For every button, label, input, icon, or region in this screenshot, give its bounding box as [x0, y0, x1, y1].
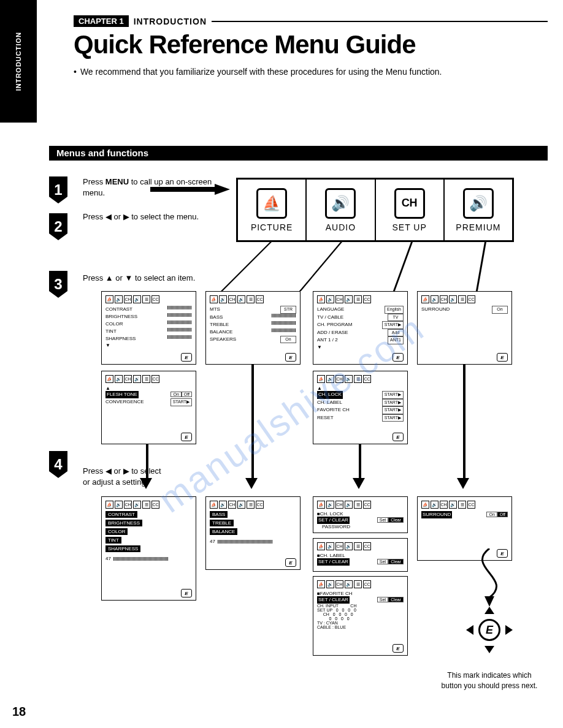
panel-premium-1: ⛵🔊CH🔊☰CC SURROUNDOn E [417, 291, 512, 365]
page-title: Quick Reference Menu Guide [74, 30, 548, 59]
chapter-badge: CHAPTER 1 [74, 15, 129, 27]
down-arrow-icon [140, 478, 152, 489]
down-arrow-icon [245, 478, 258, 489]
bullet: • [74, 67, 77, 77]
menu-tabs: ⛵ PICTURE 🔊 AUDIO CH SET UP 🔊 PREMIUM [236, 178, 514, 242]
page-header: CHAPTER 1 INTRODUCTION Quick Reference M… [74, 15, 548, 77]
footnote: This mark indicates which button you sho… [437, 670, 542, 691]
connector [251, 365, 254, 480]
nav-up-icon [484, 607, 494, 614]
svg-rect-0 [150, 187, 215, 192]
step-3-text: Press ▲ or ▼ to select an item. [83, 273, 218, 284]
setup-icon: CH [394, 188, 425, 219]
e-logo-icon: E [181, 589, 192, 597]
connector [221, 242, 272, 291]
connector [463, 365, 465, 480]
nav-down-icon [484, 646, 494, 653]
e-logo-icon: E [393, 433, 404, 441]
tab-audio[interactable]: 🔊 AUDIO [307, 180, 375, 240]
picture-icon: ⛵ [256, 188, 287, 219]
panel-picture-1: ⛵🔊CH🔊☰CC CONTRAST BRIGHTNESS COLOR TINT … [101, 291, 196, 365]
panel-setup-1: ⛵🔊CH🔊☰CC LANGUAGEEnglish TV / CABLETV CH… [313, 291, 408, 365]
e-logo-icon: E [181, 433, 192, 441]
panel-picture-adjust: ⛵🔊CH🔊☰CC CONTRAST BRIGHTNESS COLOR TINT … [101, 496, 196, 601]
panel-ch-lock: ⛵🔊CH🔊☰CC ■CH. LOCK SET / CLEARSetClear P… [313, 496, 408, 533]
premium-icon: 🔊 [463, 188, 494, 219]
panel-picture-2: ⛵🔊CH🔊☰CC ▲ FLESH TONEOnOff CONVERGENCEST… [101, 371, 196, 444]
step-2-badge: 2 [49, 213, 67, 240]
e-logo-icon: E [497, 353, 508, 362]
panel-audio-adjust: ⛵🔊CH🔊☰CC BASS TREBLE BALANCE 47 E [205, 496, 301, 570]
step-1-badge: 1 [49, 176, 67, 203]
side-tab-label: INTRODUCTION [15, 32, 22, 91]
panel-audio-1: ⛵🔊CH🔊☰CC MTSSTR BASS TREBLE BALANCE SPEA… [205, 291, 301, 365]
e-logo-icon: E [393, 644, 404, 653]
e-logo-icon: E [285, 558, 296, 567]
panel-favorite-ch: ⛵🔊CH🔊☰CC ■FAVORITE CH SET / CLEARSetClea… [313, 576, 408, 656]
panel-ch-label: ⛵🔊CH🔊☰CC ■CH. LABEL SET / CLEARSetClear [313, 538, 408, 572]
step-column: 1 2 3 4 [49, 172, 67, 488]
nav-center-e: E [478, 619, 500, 641]
connector [146, 444, 148, 480]
down-arrow-icon [353, 478, 365, 489]
e-logo-icon: E [393, 353, 404, 362]
intro-text: • We recommend that you familiarize your… [74, 67, 548, 77]
connector [393, 242, 413, 291]
chapter-rule [212, 21, 548, 22]
e-logo-icon: E [285, 353, 296, 362]
side-tab: INTRODUCTION [0, 0, 37, 123]
audio-icon: 🔊 [325, 188, 356, 219]
tab-picture-label: PICTURE [251, 222, 293, 232]
connector [299, 242, 342, 291]
icon-bar: ⛵🔊CH🔊☰CC [105, 295, 192, 303]
step-3-badge: 3 [49, 271, 67, 298]
page-number: 18 [12, 705, 26, 719]
connector [476, 242, 486, 291]
nav-left-icon [466, 625, 473, 635]
intro-body: We recommend that you familiarize yourse… [80, 67, 442, 77]
nav-right-icon [505, 625, 513, 635]
section-bar: Menus and functions [49, 146, 548, 161]
step-2-text: Press ◀ or ▶ to select the menu. [83, 211, 218, 222]
step-4-text: Press ◀ or ▶ to select or adjust a setti… [83, 466, 169, 488]
more-down: ▼ [105, 343, 192, 348]
e-navigator-icon: E [465, 605, 514, 654]
tab-premium-label: PREMIUM [456, 222, 500, 232]
curvy-arrow-icon [459, 548, 520, 610]
connector [359, 444, 361, 480]
tab-picture[interactable]: ⛵ PICTURE [238, 180, 307, 240]
tab-premium[interactable]: 🔊 PREMIUM [445, 180, 512, 240]
arrow-right-icon [150, 184, 230, 195]
e-logo-icon: E [181, 353, 192, 362]
chapter-label: INTRODUCTION [134, 17, 207, 26]
svg-marker-1 [215, 184, 230, 195]
tab-setup-label: SET UP [392, 222, 426, 232]
tab-audio-label: AUDIO [326, 222, 356, 232]
down-arrow-icon [457, 478, 469, 489]
panel-setup-2: ⛵🔊CH🔊☰CC ▲ CH. LOCKSTART▶ CH. LABELSTART… [313, 371, 408, 444]
step-4-badge: 4 [49, 451, 67, 478]
tab-setup[interactable]: CH SET UP [376, 180, 445, 240]
